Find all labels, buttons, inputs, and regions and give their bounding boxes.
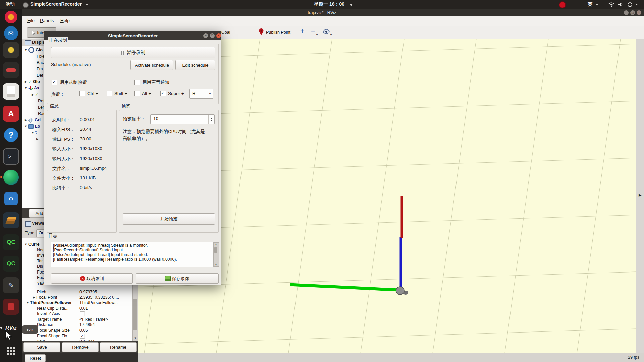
launcher-icon-qc-1[interactable]: QC: [3, 234, 19, 250]
mod-alt[interactable]: Alt +: [134, 90, 151, 96]
launcher-icon-browser[interactable]: [3, 9, 19, 25]
prop-near-clip-value[interactable]: 0.01: [79, 306, 88, 311]
prop-focal-shape-fixed[interactable]: Focal Shape Fix...: [37, 334, 71, 338]
rename-view-button[interactable]: Rename: [100, 342, 137, 352]
camera-view-icon[interactable]: [323, 29, 330, 34]
launcher-icon-terminal[interactable]: >_: [3, 148, 19, 165]
launcher-icon-texteditor[interactable]: [3, 83, 19, 100]
prop-near-clip[interactable]: Near Clip Dista...: [37, 306, 68, 311]
zoom-in-icon[interactable]: +: [300, 27, 304, 35]
dialog-close-button[interactable]: ×: [216, 33, 221, 38]
hotkey-enable-checkbox[interactable]: [52, 80, 57, 85]
menu-file[interactable]: File: [27, 18, 35, 23]
spin-down-icon[interactable]: ▼: [210, 119, 213, 122]
current-view-row[interactable]: Curre: [28, 242, 39, 247]
maximize-button[interactable]: □: [630, 10, 635, 15]
camera-view-chevron-icon[interactable]: ▾: [330, 33, 332, 36]
prop-distance[interactable]: Distance: [37, 322, 53, 327]
launcher-icon-photos[interactable]: [3, 42, 19, 58]
caret-down-icon[interactable]: ▼: [24, 86, 28, 90]
zoom-out-icon[interactable]: −: [311, 27, 315, 35]
launcher-icon-media[interactable]: [3, 62, 19, 78]
preview-fps-spinbox[interactable]: 10 ▲ ▼: [150, 114, 215, 124]
wifi-icon[interactable]: [608, 2, 614, 7]
remove-view-button[interactable]: Remove: [62, 342, 99, 352]
caret-right-icon[interactable]: ▶: [35, 137, 40, 141]
prop-focal-shape-size[interactable]: Focal Shape Size: [37, 328, 70, 333]
shift-checkbox[interactable]: [107, 90, 112, 96]
launcher-icon-layers[interactable]: [3, 212, 19, 228]
alt-checkbox[interactable]: [134, 90, 140, 96]
caret-down-icon[interactable]: ▼: [31, 131, 35, 134]
prop-row[interactable]: Nea: [37, 248, 45, 252]
scroll-down-icon[interactable]: ▼: [134, 337, 137, 340]
caret-down-icon[interactable]: ▼: [24, 48, 28, 52]
dialog-minimize-button[interactable]: –: [203, 33, 208, 38]
menu-panels[interactable]: Panels: [40, 18, 54, 23]
nav-goal-label[interactable]: Goal: [221, 30, 230, 35]
volume-icon[interactable]: [618, 2, 624, 7]
caret-right-icon[interactable]: ▶: [31, 93, 35, 96]
prop-distance-value[interactable]: 17.4854: [79, 322, 95, 327]
super-checkbox[interactable]: [160, 90, 166, 96]
activate-schedule-button[interactable]: Activate schedule: [130, 60, 173, 70]
prop-pitch[interactable]: Pitch: [37, 290, 46, 294]
focal-shape-fixed-checkbox[interactable]: [80, 334, 85, 338]
close-button[interactable]: ×: [637, 10, 641, 15]
hotkey-enable-row[interactable]: 启用录制热键: [52, 79, 87, 85]
prop-background[interactable]: Bac: [37, 60, 44, 65]
prop-row[interactable]: Inve: [37, 253, 45, 258]
ssr-dialog-titlebar[interactable]: SimpleScreenRecorder: [44, 31, 221, 40]
sound-notify-checkbox[interactable]: [134, 80, 140, 85]
save-view-button[interactable]: Save: [23, 342, 60, 352]
power-icon[interactable]: [627, 2, 633, 7]
caret-down-icon[interactable]: ▼: [24, 125, 28, 128]
prop-frame-rate[interactable]: Fra: [37, 67, 43, 71]
system-menu-chevron-icon[interactable]: [635, 4, 638, 5]
launcher-icon-a-app[interactable]: A: [3, 106, 19, 122]
dialog-maximize-button[interactable]: □: [210, 33, 215, 38]
scroll-up-icon[interactable]: ▲: [215, 243, 217, 246]
input-method-indicator[interactable]: 英: [588, 1, 592, 7]
display-group[interactable]: Lo: [35, 124, 40, 129]
prop-default-light[interactable]: Def: [37, 73, 43, 78]
expand-panel-icon[interactable]: ▶: [639, 193, 641, 197]
save-recording-button[interactable]: 保存录像: [136, 273, 219, 284]
caret-right-icon[interactable]: ▶: [24, 80, 28, 83]
caret-right-icon[interactable]: ▶: [32, 296, 36, 299]
prop-reference-frame[interactable]: Ref: [38, 99, 44, 103]
prop-target-frame-value[interactable]: <Fixed Frame>: [79, 317, 108, 322]
zoom-out-chevron-icon[interactable]: ▾: [316, 33, 318, 36]
sound-notify-row[interactable]: 启用声音通知: [134, 79, 169, 85]
launcher-icon-screenrecorder[interactable]: [3, 169, 19, 185]
prop-target-frame[interactable]: Target Frame: [37, 317, 62, 322]
show-applications-button[interactable]: [3, 343, 19, 359]
hotkey-combobox[interactable]: R ▼: [189, 89, 213, 99]
clock[interactable]: 星期一 16：06: [314, 1, 344, 7]
start-preview-button[interactable]: 开始预览: [123, 213, 215, 225]
prop-fixed-frame[interactable]: Fixe: [37, 54, 45, 59]
prop-row[interactable]: Yaw: [37, 281, 45, 286]
display-grid[interactable]: Gri: [35, 118, 41, 122]
pause-recording-button[interactable]: 暂停录制: [51, 47, 215, 58]
prop-row[interactable]: Foc: [37, 275, 44, 280]
prop-focal-point-value[interactable]: 2.3935; 0.33236; 0....: [79, 295, 119, 300]
mod-super[interactable]: Super +: [160, 90, 184, 96]
display-global-options[interactable]: Glo: [36, 48, 43, 52]
right-panel-handle[interactable]: ▶: [636, 39, 644, 353]
caret-down-icon[interactable]: ▼: [25, 301, 30, 304]
prop-focal-shape-size-value[interactable]: 0.05: [79, 328, 88, 333]
caret-down-icon[interactable]: ▼: [24, 243, 28, 246]
reset-button[interactable]: Reset: [25, 354, 46, 362]
display-axes[interactable]: Ax: [34, 86, 39, 90]
launcher-icon-vscode[interactable]: ‹›: [3, 191, 19, 207]
prop-row[interactable]: Dis: [37, 264, 43, 269]
spin-up-icon[interactable]: ▲: [210, 117, 213, 119]
launcher-icon-mail[interactable]: ✉: [3, 25, 19, 41]
rviz-titlebar[interactable]: traj.rviz* - RViz – □ ×: [0, 9, 644, 16]
ctrl-checkbox[interactable]: [79, 90, 85, 96]
mod-shift[interactable]: Shift +: [107, 90, 127, 96]
launcher-icon-red-app[interactable]: [3, 299, 19, 315]
recording-tray-icon[interactable]: [559, 1, 566, 8]
activities-button[interactable]: 活动: [5, 1, 15, 7]
